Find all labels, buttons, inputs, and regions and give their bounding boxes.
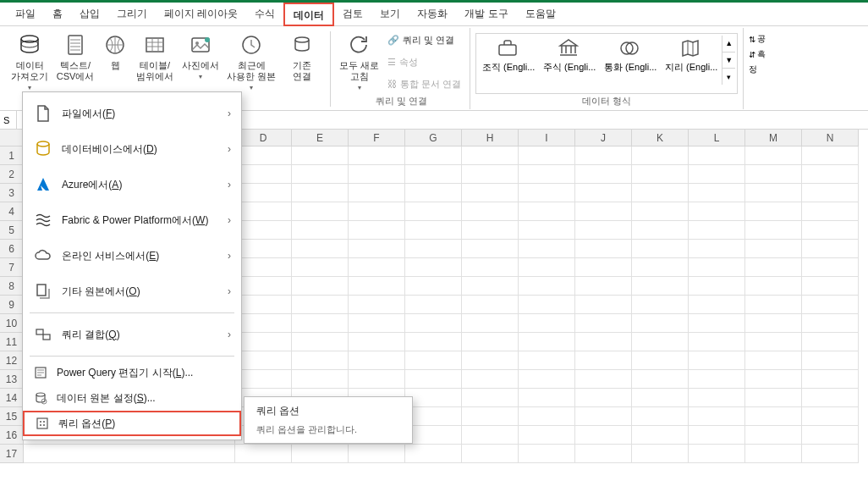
cell[interactable] [802,351,859,370]
tab-data[interactable]: 데이터 [283,3,334,26]
cell[interactable] [235,221,292,240]
cell[interactable] [689,146,745,165]
cell[interactable] [689,445,745,463]
cell[interactable] [405,351,462,370]
cell[interactable] [575,277,632,296]
cell[interactable] [632,314,689,333]
cell[interactable] [802,370,859,389]
cell[interactable] [519,184,575,202]
cell[interactable] [405,445,462,463]
cell[interactable] [405,165,462,184]
cell[interactable] [292,146,349,165]
cell[interactable] [519,389,575,407]
cell[interactable] [519,351,575,370]
row-header[interactable]: 12 [0,351,24,370]
cell[interactable] [235,146,292,165]
cell[interactable] [462,202,519,221]
cell[interactable] [519,333,575,351]
cell[interactable] [519,240,575,258]
cell[interactable] [349,258,405,277]
cell[interactable] [349,296,405,314]
row-header[interactable]: 7 [0,258,24,277]
cell[interactable] [689,389,745,407]
cell[interactable] [802,258,859,277]
menu-from-online[interactable]: 온라인 서비스에서(E) › [23,238,241,274]
cell[interactable] [405,333,462,351]
cell[interactable] [235,277,292,296]
cell[interactable] [745,184,802,202]
cell[interactable] [235,445,292,463]
col-header[interactable]: M [745,130,802,146]
menu-query-options[interactable]: 쿼리 옵션(P) [23,411,241,436]
col-header[interactable]: F [349,130,405,146]
cell[interactable] [235,296,292,314]
cell[interactable] [405,407,462,426]
col-header[interactable]: L [689,130,745,146]
geography-type[interactable]: 지리 (Engli... [661,36,722,75]
row-header[interactable]: 6 [0,240,24,258]
col-header[interactable]: E [292,130,349,146]
cell[interactable] [802,426,859,445]
cell[interactable] [462,296,519,314]
cell[interactable] [575,240,632,258]
cell[interactable] [802,445,859,463]
cell[interactable] [462,333,519,351]
select-all-corner[interactable] [0,130,24,146]
col-header[interactable]: K [632,130,689,146]
currency-type[interactable]: 주식 (Engli... [539,36,600,75]
cell[interactable] [405,184,462,202]
queries-connections-button[interactable]: 🔗 쿼리 및 연결 [387,31,461,48]
cell[interactable] [235,314,292,333]
row-header[interactable]: 9 [0,296,24,314]
tab-home[interactable]: 홈 [44,3,71,26]
cell[interactable] [349,146,405,165]
cell[interactable] [292,351,349,370]
cell[interactable] [802,389,859,407]
cell[interactable] [689,351,745,370]
cell[interactable] [802,165,859,184]
cell[interactable] [405,314,462,333]
sort-desc-button[interactable]: ⇵ 흑 [749,48,766,60]
row-header[interactable]: 4 [0,202,24,221]
cell[interactable] [235,184,292,202]
cell[interactable] [745,221,802,240]
cell[interactable] [349,240,405,258]
cell[interactable] [519,221,575,240]
col-header[interactable]: H [462,130,519,146]
cell[interactable] [802,277,859,296]
cell[interactable] [519,146,575,165]
cell[interactable] [802,146,859,165]
cell[interactable] [575,370,632,389]
cell[interactable] [632,240,689,258]
cell[interactable] [519,277,575,296]
cell[interactable] [405,296,462,314]
row-header[interactable]: 16 [0,426,24,445]
cell[interactable] [405,426,462,445]
cell[interactable] [745,314,802,333]
col-header[interactable]: D [235,130,292,146]
cell[interactable] [292,277,349,296]
row-header[interactable]: 17 [0,445,24,463]
cell[interactable] [689,407,745,426]
cell[interactable] [745,146,802,165]
menu-combine-queries[interactable]: 쿼리 결합(Q) › [23,317,241,352]
cell[interactable] [519,407,575,426]
cell[interactable] [292,202,349,221]
cell[interactable] [632,277,689,296]
row-header[interactable]: 10 [0,314,24,333]
cell[interactable] [292,314,349,333]
tab-view[interactable]: 보기 [371,3,409,26]
cell[interactable] [632,165,689,184]
cell[interactable] [292,240,349,258]
currencies-type[interactable]: 통화 (Engli... [600,36,661,75]
cell[interactable] [462,165,519,184]
row-header[interactable]: 13 [0,370,24,389]
cell[interactable] [292,445,349,463]
cell[interactable] [745,407,802,426]
row-header[interactable]: 11 [0,333,24,351]
cell[interactable] [405,277,462,296]
cell[interactable] [802,314,859,333]
cell[interactable] [519,370,575,389]
cell[interactable] [349,445,405,463]
cell[interactable] [405,370,462,389]
